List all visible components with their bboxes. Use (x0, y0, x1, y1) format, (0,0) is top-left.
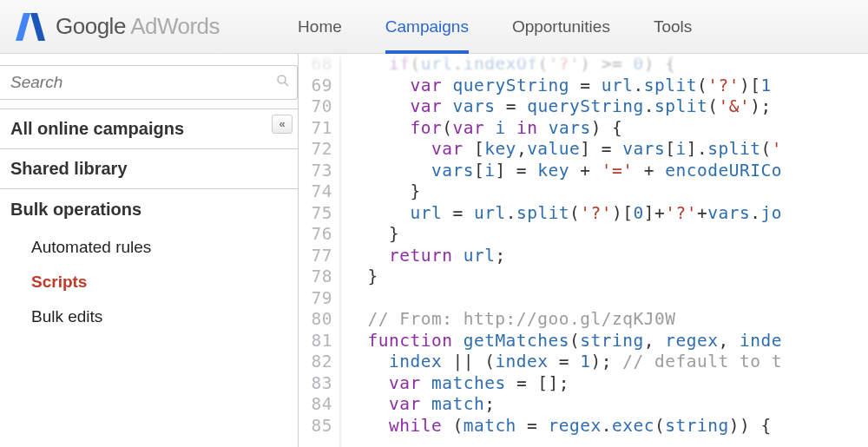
code-line[interactable]: // From: http://goo.gl/zqKJ0W (346, 309, 868, 331)
code-line[interactable]: vars[i] = key + '=' + encodeURICo (346, 161, 868, 182)
code-content[interactable]: if(url.indexOf('?') >= 0) { var queryStr… (341, 54, 868, 447)
svg-marker-0 (16, 13, 30, 41)
line-number: 71 (299, 118, 332, 140)
code-line[interactable]: var match; (346, 394, 868, 416)
line-number: 85 (299, 416, 332, 437)
search-icon (276, 74, 290, 92)
code-line[interactable]: for(var i in vars) { (346, 118, 868, 140)
line-number: 81 (299, 331, 332, 352)
code-line[interactable]: var matches = []; (346, 373, 868, 395)
brand-adwords: AdWords (126, 13, 220, 39)
sidebar-shared-library[interactable]: Shared library (0, 148, 298, 188)
code-line[interactable]: if(url.indexOf('?') >= 0) { (346, 54, 868, 76)
collapse-sidebar-button[interactable]: « (272, 115, 293, 134)
sidebar-item-automated-rules[interactable]: Automated rules (0, 230, 298, 265)
nav-campaigns[interactable]: Campaigns (385, 0, 469, 53)
brand-text: Google AdWords (56, 13, 220, 40)
brand-google: Google (56, 13, 126, 39)
code-line[interactable]: return url; (346, 246, 868, 267)
code-line[interactable]: while (match = regex.exec(string)) { (346, 416, 868, 437)
search-box[interactable] (0, 65, 298, 100)
code-line[interactable]: function getMatches(string, regex, inde (346, 331, 868, 352)
line-number: 72 (299, 139, 332, 161)
line-number: 78 (299, 266, 332, 288)
line-number: 76 (299, 224, 332, 246)
nav-opportunities[interactable]: Opportunities (512, 0, 610, 53)
sidebar-bulk-operations-label: Bulk operations (10, 200, 141, 219)
sidebar-all-campaigns[interactable]: All online campaigns « (0, 108, 298, 148)
line-number: 68 (299, 54, 332, 76)
line-number: 69 (299, 76, 332, 97)
sidebar-item-scripts[interactable]: Scripts (0, 265, 298, 299)
line-number: 79 (299, 288, 332, 310)
code-line[interactable]: var vars = queryString.split('&'); (346, 96, 868, 118)
sidebar-bulk-operations[interactable]: Bulk operations (0, 188, 298, 225)
code-line[interactable]: } (346, 224, 868, 246)
sidebar-all-campaigns-label: All online campaigns (10, 119, 184, 138)
svg-line-3 (285, 82, 288, 86)
line-number: 74 (299, 181, 332, 203)
code-line[interactable]: } (346, 181, 868, 203)
sidebar-item-bulk-edits[interactable]: Bulk edits (0, 299, 298, 334)
code-line[interactable]: var [key,value] = vars[i].split(' (346, 139, 868, 161)
nav-tools[interactable]: Tools (654, 0, 692, 53)
code-line[interactable]: var queryString = url.split('?')[1 (346, 76, 868, 97)
line-number: 80 (299, 309, 332, 331)
line-number: 84 (299, 394, 332, 416)
code-line[interactable]: url = url.split('?')[0]+'?'+vars.jo (346, 203, 868, 225)
line-number: 82 (299, 352, 332, 373)
search-container (0, 65, 298, 100)
line-number-gutter: 686970717273747576777879808182838485 (299, 54, 341, 447)
top-nav: Home Campaigns Opportunities Tools (298, 0, 692, 53)
line-number: 70 (299, 96, 332, 118)
line-number: 75 (299, 203, 332, 225)
line-number: 83 (299, 373, 332, 395)
adwords-logo-icon (16, 11, 45, 43)
line-number: 73 (299, 161, 332, 182)
sidebar: All online campaigns « Shared library Bu… (0, 54, 299, 447)
code-line[interactable]: index || (index = 1); // default to t (346, 352, 868, 373)
main-area: All online campaigns « Shared library Bu… (0, 54, 868, 447)
search-input[interactable] (10, 73, 276, 92)
app-header: Google AdWords Home Campaigns Opportunit… (0, 0, 868, 54)
line-number: 77 (299, 246, 332, 267)
nav-home[interactable]: Home (298, 0, 342, 53)
svg-marker-1 (30, 13, 45, 41)
code-editor[interactable]: 686970717273747576777879808182838485 if(… (299, 54, 868, 447)
svg-point-2 (278, 76, 286, 83)
code-line[interactable]: } (346, 266, 868, 288)
bulk-operations-items: Automated rules Scripts Bulk edits (0, 225, 298, 345)
sidebar-shared-library-label: Shared library (10, 159, 128, 178)
code-line[interactable] (346, 288, 868, 310)
